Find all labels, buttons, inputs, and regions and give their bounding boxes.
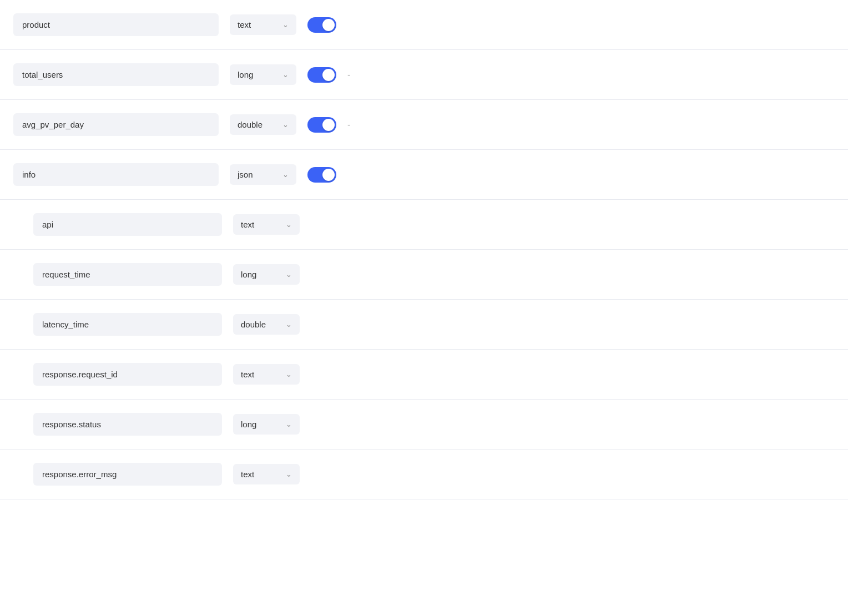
field-name-response_status: response.status — [33, 413, 222, 436]
type-select-response_error_msg[interactable]: text⌄ — [233, 464, 300, 484]
chevron-down-icon: ⌄ — [282, 120, 289, 129]
toggle-thumb-total_users — [322, 69, 335, 81]
field-row-response_request_id: response.request_idtext⌄ — [0, 350, 848, 400]
chevron-down-icon: ⌄ — [282, 70, 289, 79]
field-name-response_error_msg: response.error_msg — [33, 463, 222, 486]
field-name-product: product — [13, 13, 219, 36]
field-row-info: infojson⌄ — [0, 150, 848, 200]
field-name-avg_pv_per_day: avg_pv_per_day — [13, 113, 219, 136]
dash-indicator-total_users: - — [347, 70, 350, 80]
type-select-request_time[interactable]: long⌄ — [233, 264, 300, 285]
toggle-wrapper-product — [307, 17, 336, 33]
type-select-response_status[interactable]: long⌄ — [233, 414, 300, 435]
field-name-request_time: request_time — [33, 263, 222, 286]
field-name-total_users: total_users — [13, 63, 219, 86]
toggle-thumb-product — [322, 19, 335, 31]
chevron-down-icon: ⌄ — [286, 220, 292, 229]
chevron-down-icon: ⌄ — [286, 320, 292, 329]
type-label-response_error_msg: text — [241, 469, 281, 479]
field-row-total_users: total_userslong⌄- — [0, 50, 848, 100]
field-name-api: api — [33, 213, 222, 236]
type-label-response_status: long — [241, 420, 281, 429]
field-row-response_status: response.statuslong⌄ — [0, 400, 848, 450]
field-name-latency_time: latency_time — [33, 313, 222, 336]
field-row-response_error_msg: response.error_msgtext⌄ — [0, 450, 848, 499]
type-label-api: text — [241, 220, 281, 229]
type-select-api[interactable]: text⌄ — [233, 214, 300, 235]
chevron-down-icon: ⌄ — [286, 370, 292, 378]
toggle-product[interactable] — [307, 17, 336, 33]
dash-indicator-avg_pv_per_day: - — [347, 120, 350, 130]
chevron-down-icon: ⌄ — [282, 170, 289, 179]
type-label-product: text — [238, 20, 278, 29]
type-select-latency_time[interactable]: double⌄ — [233, 314, 300, 335]
toggle-wrapper-info — [307, 167, 336, 183]
type-select-info[interactable]: json⌄ — [230, 164, 296, 185]
toggle-thumb-info — [322, 169, 335, 181]
type-label-latency_time: double — [241, 320, 281, 329]
chevron-down-icon: ⌄ — [286, 270, 292, 279]
type-label-response_request_id: text — [241, 370, 281, 379]
toggle-wrapper-avg_pv_per_day: - — [307, 117, 350, 133]
type-label-total_users: long — [238, 70, 278, 79]
field-row-api: apitext⌄ — [0, 200, 848, 250]
chevron-down-icon: ⌄ — [286, 470, 292, 478]
field-name-response_request_id: response.request_id — [33, 363, 222, 386]
toggle-total_users[interactable] — [307, 67, 336, 83]
type-select-avg_pv_per_day[interactable]: double⌄ — [230, 114, 296, 135]
chevron-down-icon: ⌄ — [282, 21, 289, 29]
field-name-info: info — [13, 163, 219, 186]
type-select-response_request_id[interactable]: text⌄ — [233, 364, 300, 385]
main-container: producttext⌄total_userslong⌄-avg_pv_per_… — [0, 0, 848, 616]
type-label-avg_pv_per_day: double — [238, 120, 278, 129]
toggle-info[interactable] — [307, 167, 336, 183]
field-row-avg_pv_per_day: avg_pv_per_daydouble⌄- — [0, 100, 848, 150]
type-label-request_time: long — [241, 270, 281, 279]
type-select-total_users[interactable]: long⌄ — [230, 64, 296, 85]
toggle-avg_pv_per_day[interactable] — [307, 117, 336, 133]
type-label-info: json — [238, 170, 278, 179]
field-row-latency_time: latency_timedouble⌄ — [0, 300, 848, 350]
field-row-request_time: request_timelong⌄ — [0, 250, 848, 300]
toggle-wrapper-total_users: - — [307, 67, 350, 83]
field-row-product: producttext⌄ — [0, 0, 848, 50]
type-select-product[interactable]: text⌄ — [230, 14, 296, 35]
toggle-thumb-avg_pv_per_day — [322, 119, 335, 131]
chevron-down-icon: ⌄ — [286, 420, 292, 428]
